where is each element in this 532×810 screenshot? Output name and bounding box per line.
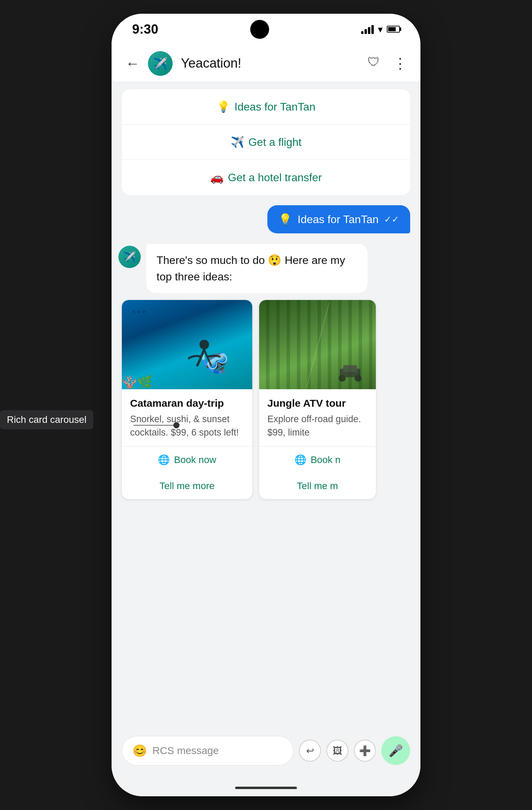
quick-reply-text-3: Get a hotel transfer: [228, 171, 322, 184]
user-bubble: 💡 Ideas for TanTan ✓✓: [267, 205, 410, 233]
svg-point-2: [339, 375, 346, 382]
emoji-button[interactable]: 😊: [132, 744, 147, 757]
bot-avatar-icon: ✈️: [123, 251, 136, 263]
wifi-icon: ▾: [378, 24, 383, 35]
input-bar: 😊 RCS message ↩ 🖼 ➕ 🎤: [112, 729, 420, 779]
avatar: ✈️: [148, 51, 173, 76]
app-name: Yeacation!: [181, 56, 359, 71]
user-message-wrap: 💡 Ideas for TanTan ✓✓: [112, 195, 420, 237]
quick-reply-flight[interactable]: ✈️ Get a flight: [122, 125, 410, 160]
card-action-book-jungle[interactable]: 🌐 Book n: [259, 446, 376, 473]
reply-icon: ↩: [306, 745, 314, 756]
add-button[interactable]: ➕: [354, 740, 376, 762]
phone-frame: 9:30 ▾ ← ✈️ Yeacation! �: [112, 14, 420, 796]
bot-bubble: There's so much to do 😲 Here are my top …: [146, 244, 368, 293]
card-catamaran: ◦ ◦ ◦ 🪸🌿 🤿 Catamaran day-: [122, 300, 252, 499]
quick-reply-text-1: Ideas for TanTan: [234, 101, 315, 113]
card-action-book-catamaran[interactable]: 🌐 Book now: [122, 446, 252, 473]
underwater-bubbles: ◦ ◦ ◦: [132, 307, 146, 316]
globe-icon-1: 🌐: [158, 454, 170, 465]
home-bar: [235, 787, 297, 789]
quick-reply-emoji-1: 💡: [217, 100, 230, 113]
tooltip-text: Rich card carousel: [7, 414, 86, 425]
avatar-icon: ✈️: [153, 57, 167, 70]
chat-area: 💡 Ideas for TanTan ✈️ Get a flight 🚗 Get…: [112, 82, 420, 729]
status-bar: 9:30 ▾: [112, 14, 420, 45]
book-now-text-1: Book now: [174, 454, 216, 465]
image-button[interactable]: 🖼: [326, 740, 348, 762]
battery-icon: [387, 26, 400, 33]
atv-svg: [335, 362, 366, 382]
card-desc-catamaran: Snorkel, sushi, & sunset cocktails. $99,…: [130, 413, 244, 439]
back-button[interactable]: ←: [125, 55, 140, 72]
card-action-more-jungle[interactable]: Tell me m: [259, 473, 376, 499]
quick-reply-emoji-2: ✈️: [231, 136, 244, 149]
mic-icon: 🎤: [389, 744, 403, 757]
card-content-catamaran: Catamaran day-trip Snorkel, sushi, & sun…: [122, 389, 252, 439]
tell-me-more-text-1: Tell me more: [160, 481, 215, 491]
input-placeholder: RCS message: [152, 745, 283, 756]
quick-replies-container: 💡 Ideas for TanTan ✈️ Get a flight 🚗 Get…: [122, 89, 410, 195]
image-icon: 🖼: [333, 745, 342, 756]
signal-icon: [361, 24, 374, 34]
user-bubble-emoji: 💡: [278, 213, 292, 226]
tooltip-line: [134, 425, 175, 426]
bot-avatar: ✈️: [118, 246, 141, 268]
svg-rect-4: [343, 365, 357, 372]
rich-card-carousel-tooltip: Rich card carousel: [0, 410, 93, 429]
quick-reply-text-2: Get a flight: [248, 136, 302, 149]
card-content-jungle: Jungle ATV tour Explore off-road guide. …: [259, 389, 376, 439]
bot-bubble-text: There's so much to do 😲 Here are my top …: [157, 254, 345, 283]
svg-point-0: [199, 340, 209, 349]
book-now-text-2: Book n: [311, 454, 340, 465]
home-indicator: [112, 779, 420, 796]
svg-point-3: [355, 375, 361, 382]
tooltip-dot: [173, 422, 180, 428]
mic-button[interactable]: 🎤: [381, 736, 410, 765]
status-time: 9:30: [132, 22, 158, 37]
user-bubble-text: Ideas for TanTan: [298, 213, 379, 226]
card-image-jungle: [259, 300, 376, 389]
card-image-underwater: ◦ ◦ ◦ 🪸🌿 🤿: [122, 300, 252, 389]
diver-svg: [184, 338, 225, 372]
more-button[interactable]: ⋮: [393, 55, 407, 72]
message-input[interactable]: 😊 RCS message: [122, 736, 293, 765]
card-title-jungle: Jungle ATV tour: [267, 397, 368, 409]
card-jungle-atv: Jungle ATV tour Explore off-road guide. …: [259, 300, 376, 499]
quick-reply-ideas[interactable]: 💡 Ideas for TanTan: [122, 89, 410, 125]
card-desc-jungle: Explore off-road guide. $99, limite: [267, 413, 368, 439]
globe-icon-2: 🌐: [294, 454, 307, 465]
rich-card-carousel: ◦ ◦ ◦ 🪸🌿 🤿 Catamaran day-: [112, 297, 420, 502]
app-header: ← ✈️ Yeacation! 🛡 ⋮: [112, 45, 420, 82]
quick-reply-emoji-3: 🚗: [210, 171, 224, 184]
message-check-icon: ✓✓: [384, 214, 399, 225]
plus-icon: ➕: [359, 745, 371, 756]
bot-message-wrap: ✈️ There's so much to do 😲 Here are my t…: [112, 237, 420, 297]
underwater-coral: 🪸🌿: [122, 375, 153, 389]
quick-reply-hotel[interactable]: 🚗 Get a hotel transfer: [122, 160, 410, 195]
status-icons: ▾: [361, 24, 400, 35]
front-camera: [250, 20, 269, 39]
reply-button[interactable]: ↩: [299, 740, 321, 762]
tell-me-more-text-2: Tell me m: [297, 481, 338, 491]
card-title-catamaran: Catamaran day-trip: [130, 397, 244, 409]
card-action-more-catamaran[interactable]: Tell me more: [122, 473, 252, 499]
shield-icon: 🛡: [368, 55, 385, 72]
